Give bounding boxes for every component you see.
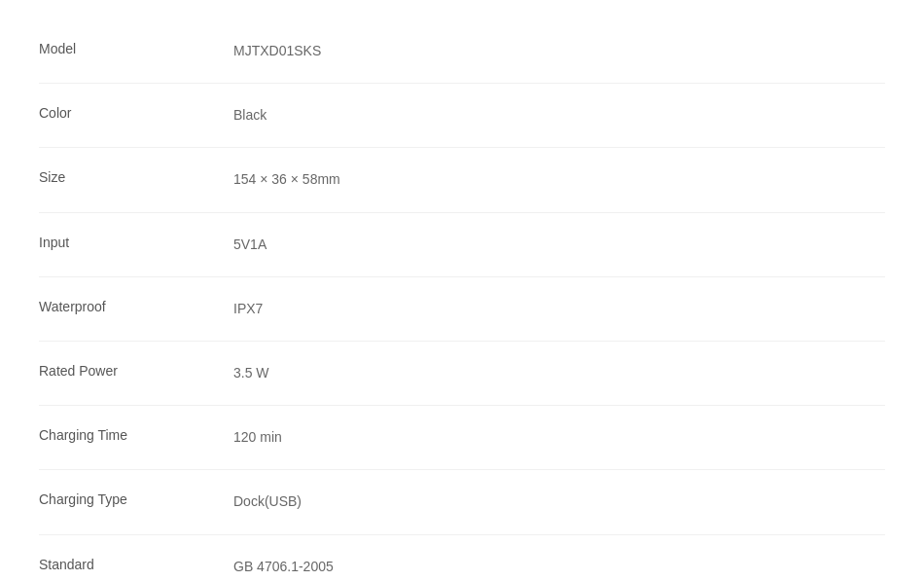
spec-value-line-rated-power: 3.5 W [233, 361, 269, 385]
spec-label-charging-time: Charging Time [39, 425, 233, 443]
spec-label-rated-power: Rated Power [39, 361, 233, 379]
spec-label-waterproof: Waterproof [39, 297, 233, 314]
spec-value-standard: GB 4706.1-2005GB 4706.9-2008Q/SKS 004-20… [233, 555, 337, 582]
spec-row-standard: StandardGB 4706.1-2005GB 4706.9-2008Q/SK… [39, 535, 885, 582]
spec-label-model: Model [39, 39, 233, 56]
spec-value-waterproof: IPX7 [233, 297, 263, 321]
spec-value-color: Black [233, 103, 267, 127]
spec-value-line-waterproof: IPX7 [233, 297, 263, 321]
spec-row-rated-power: Rated Power3.5 W [39, 342, 885, 406]
spec-row-input: Input5V1A [39, 213, 885, 277]
spec-value-line-input: 5V1A [233, 233, 267, 257]
spec-value-line-model: MJTXD01SKS [233, 39, 321, 63]
spec-label-charging-type: Charging Type [39, 490, 233, 507]
spec-row-size: Size154 × 36 × 58mm [39, 148, 885, 212]
spec-value-size: 154 × 36 × 58mm [233, 167, 340, 192]
spec-value-rated-power: 3.5 W [233, 361, 269, 385]
spec-label-input: Input [39, 233, 233, 250]
spec-row-model: ModelMJTXD01SKS [39, 19, 885, 84]
specs-container: ModelMJTXD01SKSColorBlackSize154 × 36 × … [0, 0, 924, 581]
spec-value-line-charging-time: 120 min [233, 425, 282, 450]
spec-label-color: Color [39, 103, 233, 121]
spec-value-model: MJTXD01SKS [233, 39, 321, 63]
spec-row-charging-type: Charging TypeDock(USB) [39, 470, 885, 534]
spec-row-charging-time: Charging Time120 min [39, 406, 885, 470]
spec-row-waterproof: WaterproofIPX7 [39, 277, 885, 342]
spec-row-color: ColorBlack [39, 84, 885, 148]
spec-value-line-standard: GB 4706.1-2005 [233, 555, 337, 579]
spec-label-standard: Standard [39, 555, 233, 572]
spec-value-charging-type: Dock(USB) [233, 490, 302, 514]
spec-value-line-size: 154 × 36 × 58mm [233, 167, 340, 192]
spec-value-charging-time: 120 min [233, 425, 282, 450]
spec-label-size: Size [39, 167, 233, 185]
spec-value-input: 5V1A [233, 233, 267, 257]
spec-value-line-charging-type: Dock(USB) [233, 490, 302, 514]
spec-value-line-color: Black [233, 103, 267, 127]
